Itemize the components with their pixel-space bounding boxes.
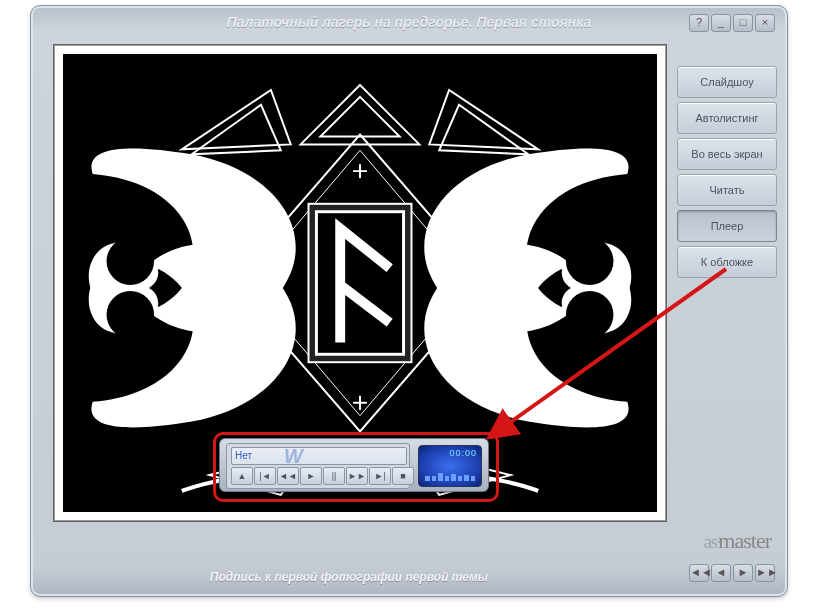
page-nav: ◄◄ ◄ ► ►► [689, 564, 775, 582]
audio-player: W Нет ▲ |◄ ◄◄ ► || ►► ►| ■ 00:00 [219, 438, 489, 492]
track-text: Нет [235, 450, 252, 461]
track-time: 00:00 [449, 448, 477, 458]
nav-first-button[interactable]: ◄◄ [689, 564, 709, 582]
sidebar: Слайдшоу Автолистинг Во весь экран Читат… [677, 66, 777, 278]
photo-caption: Подпись к первой фотографии первой темы [31, 570, 667, 584]
eject-button[interactable]: ▲ [231, 467, 253, 485]
close-button[interactable]: × [755, 14, 775, 32]
slideshow-button[interactable]: Слайдшоу [677, 66, 777, 98]
nav-next-button[interactable]: ► [733, 564, 753, 582]
title-bar: Палаточный лагерь на предгорье. Первая с… [31, 6, 787, 38]
svg-point-12 [566, 237, 614, 285]
help-button[interactable]: ? [689, 14, 709, 32]
nav-prev-button[interactable]: ◄ [711, 564, 731, 582]
svg-rect-10 [316, 212, 403, 355]
maximize-button[interactable]: □ [733, 14, 753, 32]
next-track-button[interactable]: ►| [369, 467, 391, 485]
to-cover-button[interactable]: К обложке [677, 246, 777, 278]
brand-logo: as·master [704, 528, 773, 554]
window-title: Палаточный лагерь на предгорье. Первая с… [227, 14, 592, 30]
autolist-button[interactable]: Автолистинг [677, 102, 777, 134]
track-display[interactable]: W Нет [231, 447, 407, 465]
pause-button[interactable]: || [323, 467, 345, 485]
forward-button[interactable]: ►► [346, 467, 368, 485]
player-watermark-icon: W [284, 447, 303, 465]
player-button[interactable]: Плеер [677, 210, 777, 242]
brand-left: as [704, 532, 717, 552]
equalizer-icon [425, 461, 475, 481]
player-visualizer: 00:00 [418, 445, 482, 487]
svg-point-11 [107, 237, 155, 285]
read-button[interactable]: Читать [677, 174, 777, 206]
fullscreen-button[interactable]: Во весь экран [677, 138, 777, 170]
minimize-button[interactable]: _ [711, 14, 731, 32]
svg-point-14 [566, 291, 614, 339]
nav-last-button[interactable]: ►► [755, 564, 775, 582]
brand-right: master [718, 528, 771, 553]
stop-button[interactable]: ■ [392, 467, 414, 485]
svg-point-13 [107, 291, 155, 339]
rewind-button[interactable]: ◄◄ [277, 467, 299, 485]
play-button[interactable]: ► [300, 467, 322, 485]
prev-track-button[interactable]: |◄ [254, 467, 276, 485]
